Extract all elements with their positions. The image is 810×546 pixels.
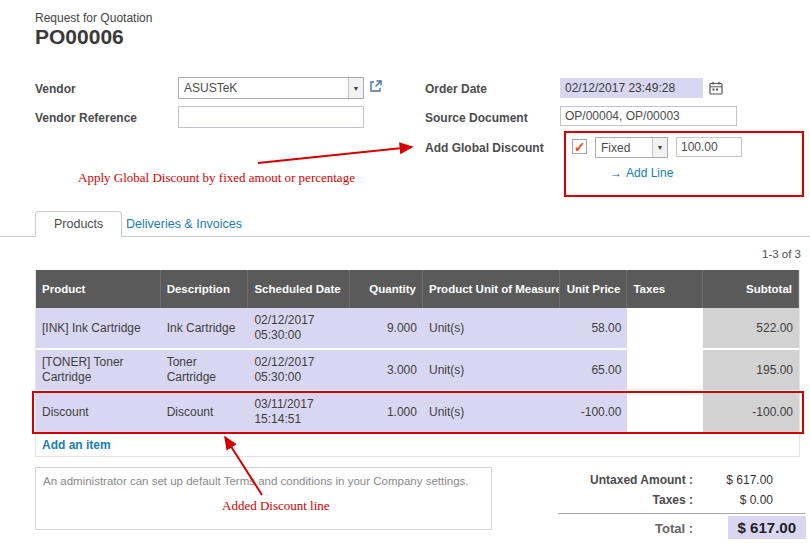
cell-unit-price[interactable]: 58.00 — [560, 308, 628, 350]
column-header-taxes: Taxes — [627, 270, 703, 308]
right-arrow-icon: → — [610, 166, 622, 180]
column-header-quantity: Quantity — [350, 270, 423, 308]
cell-quantity[interactable]: 3.000 — [350, 350, 423, 392]
cell-subtotal[interactable]: 522.00 — [703, 308, 799, 350]
calendar-icon[interactable] — [709, 81, 723, 95]
annotation-discount-line-note: Added Discount line — [222, 498, 330, 514]
order-date-label: Order Date — [425, 82, 487, 96]
order-lines-table: Product Description Scheduled Date Quant… — [35, 270, 800, 457]
cell-description[interactable]: Ink Cartridge — [161, 308, 249, 350]
table-row-toner-cartridge[interactable]: [TONER] Toner Cartridge Toner Cartridge … — [36, 350, 799, 392]
add-line-link[interactable]: →Add Line — [610, 166, 673, 180]
table-header-row: Product Description Scheduled Date Quant… — [36, 270, 799, 308]
order-date-field[interactable]: 02/12/2017 23:49:28 — [560, 78, 703, 98]
cell-product[interactable]: Discount — [36, 392, 161, 434]
global-discount-label: Add Global Discount — [425, 141, 544, 155]
column-header-scheduled-date: Scheduled Date — [248, 270, 350, 308]
untaxed-amount-label: Untaxed Amount : — [590, 473, 693, 487]
cell-unit-price[interactable]: 65.00 — [560, 350, 628, 392]
source-document-input[interactable] — [560, 106, 737, 126]
add-item-row: Add an item — [36, 434, 799, 457]
column-header-product: Product — [36, 270, 161, 308]
total-value: $ 617.00 — [728, 516, 806, 539]
tab-deliveries-invoices[interactable]: Deliveries & Invoices — [126, 211, 242, 237]
page-title: PO00006 — [35, 25, 124, 49]
total-label: Total : — [655, 521, 693, 536]
cell-taxes[interactable] — [627, 308, 703, 350]
chevron-down-icon: ▼ — [348, 78, 363, 98]
arrow-to-global-discount — [258, 147, 412, 163]
cell-scheduled-date[interactable]: 02/12/2017 05:30:00 — [248, 350, 350, 392]
annotation-global-discount-note: Apply Global Discount by fixed amout or … — [78, 170, 355, 186]
column-header-unit-price: Unit Price — [560, 270, 628, 308]
vendor-reference-input[interactable] — [178, 106, 364, 128]
checkmark-icon: ✓ — [574, 140, 586, 154]
rfq-form-page: Request for Quotation PO00006 Vendor ASU… — [0, 0, 810, 546]
totals-divider — [558, 513, 805, 514]
discount-amount-input[interactable] — [676, 137, 742, 157]
add-an-item-link[interactable]: Add an item — [42, 438, 111, 452]
cell-description[interactable]: Toner Cartridge — [161, 350, 249, 392]
table-row-discount[interactable]: Discount Discount 03/11/2017 15:14:51 1.… — [36, 392, 799, 434]
discount-type-select[interactable]: Fixed ▼ — [595, 137, 668, 158]
table-row-ink-cartridge[interactable]: [INK] Ink Cartridge Ink Cartridge 02/12/… — [36, 308, 799, 350]
cell-product[interactable]: [TONER] Toner Cartridge — [36, 350, 161, 392]
tab-products[interactable]: Products — [35, 211, 122, 237]
vendor-label: Vendor — [35, 82, 76, 96]
cell-subtotal[interactable]: 195.00 — [703, 350, 799, 392]
cell-taxes[interactable] — [627, 350, 703, 392]
doc-type-label: Request for Quotation — [35, 11, 152, 25]
external-link-icon[interactable] — [369, 80, 382, 93]
discount-type-value: Fixed — [596, 141, 652, 155]
tab-bar: Products Deliveries & Invoices — [0, 211, 810, 237]
cell-scheduled-date[interactable]: 02/12/2017 05:30:00 — [248, 308, 350, 350]
source-document-label: Source Document — [425, 111, 528, 125]
cell-unit-price[interactable]: -100.00 — [560, 392, 628, 434]
cell-uom[interactable]: Unit(s) — [423, 392, 560, 434]
vendor-reference-label: Vendor Reference — [35, 111, 137, 125]
chevron-down-icon: ▼ — [652, 138, 667, 157]
global-discount-checkbox[interactable]: ✓ — [572, 139, 587, 154]
vendor-select-value: ASUSTeK — [179, 81, 348, 95]
column-header-description: Description — [161, 270, 249, 308]
cell-taxes[interactable] — [627, 392, 703, 434]
cell-quantity[interactable]: 1.000 — [350, 392, 423, 434]
add-line-label: Add Line — [626, 166, 673, 180]
cell-quantity[interactable]: 9.000 — [350, 308, 423, 350]
pager: 1-3 of 3 — [762, 248, 801, 260]
cell-description[interactable]: Discount — [161, 392, 249, 434]
taxes-value: $ 0.00 — [740, 493, 773, 507]
column-header-subtotal: Subtotal — [703, 270, 799, 308]
cell-product[interactable]: [INK] Ink Cartridge — [36, 308, 161, 350]
untaxed-amount-value: $ 617.00 — [726, 473, 773, 487]
cell-uom[interactable]: Unit(s) — [423, 350, 560, 392]
column-header-uom: Product Unit of Measure — [423, 270, 560, 308]
taxes-label: Taxes : — [653, 493, 693, 507]
cell-uom[interactable]: Unit(s) — [423, 308, 560, 350]
cell-subtotal[interactable]: -100.00 — [703, 392, 799, 434]
cell-scheduled-date[interactable]: 03/11/2017 15:14:51 — [248, 392, 350, 434]
vendor-select[interactable]: ASUSTeK ▼ — [178, 77, 364, 99]
